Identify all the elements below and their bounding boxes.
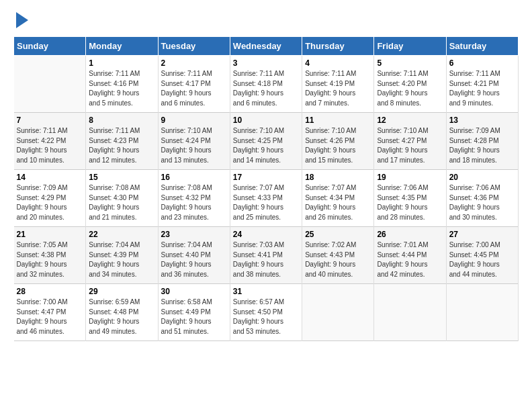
day-info: Sunrise: 7:01 AMSunset: 4:44 PMDaylight:… (377, 240, 443, 279)
logo (13, 11, 30, 30)
day-info: Sunrise: 7:11 AMSunset: 4:21 PMDaylight:… (449, 69, 515, 108)
day-number: 4 (305, 58, 371, 68)
calendar-cell: 30Sunrise: 6:58 AMSunset: 4:49 PMDayligh… (158, 284, 230, 341)
calendar-cell: 25Sunrise: 7:02 AMSunset: 4:43 PMDayligh… (302, 227, 374, 284)
week-row-1: 1Sunrise: 7:11 AMSunset: 4:16 PMDaylight… (14, 56, 519, 113)
day-info: Sunrise: 7:11 AMSunset: 4:18 PMDaylight:… (233, 69, 299, 108)
calendar-cell: 22Sunrise: 7:04 AMSunset: 4:39 PMDayligh… (86, 227, 158, 284)
calendar-cell: 1Sunrise: 7:11 AMSunset: 4:16 PMDaylight… (86, 56, 158, 113)
calendar-cell: 26Sunrise: 7:01 AMSunset: 4:44 PMDayligh… (374, 227, 446, 284)
day-number: 20 (449, 173, 515, 182)
day-info: Sunrise: 7:09 AMSunset: 4:29 PMDaylight:… (17, 183, 83, 222)
calendar-cell: 6Sunrise: 7:11 AMSunset: 4:21 PMDaylight… (446, 56, 518, 113)
day-number: 6 (449, 58, 515, 68)
calendar-cell (302, 284, 374, 341)
calendar-cell (374, 284, 446, 341)
day-number: 14 (17, 173, 83, 182)
day-number: 24 (233, 230, 299, 239)
calendar-cell: 16Sunrise: 7:08 AMSunset: 4:32 PMDayligh… (158, 170, 230, 227)
day-info: Sunrise: 7:10 AMSunset: 4:27 PMDaylight:… (377, 126, 443, 165)
day-number: 30 (161, 287, 227, 296)
day-info: Sunrise: 7:04 AMSunset: 4:40 PMDaylight:… (161, 240, 227, 279)
week-row-2: 7Sunrise: 7:11 AMSunset: 4:22 PMDaylight… (14, 113, 519, 170)
calendar-cell: 2Sunrise: 7:11 AMSunset: 4:17 PMDaylight… (158, 56, 230, 113)
day-info: Sunrise: 7:03 AMSunset: 4:41 PMDaylight:… (233, 240, 299, 279)
day-info: Sunrise: 7:10 AMSunset: 4:26 PMDaylight:… (305, 126, 371, 165)
day-number: 10 (233, 116, 299, 125)
day-info: Sunrise: 7:07 AMSunset: 4:34 PMDaylight:… (305, 183, 371, 222)
calendar-cell: 15Sunrise: 7:08 AMSunset: 4:30 PMDayligh… (86, 170, 158, 227)
day-info: Sunrise: 6:57 AMSunset: 4:50 PMDaylight:… (233, 298, 299, 336)
day-number: 13 (449, 116, 515, 125)
day-info: Sunrise: 7:00 AMSunset: 4:45 PMDaylight:… (449, 240, 515, 279)
day-number: 1 (89, 58, 154, 68)
day-number: 16 (161, 173, 227, 182)
logo-icon (15, 11, 30, 30)
week-row-3: 14Sunrise: 7:09 AMSunset: 4:29 PMDayligh… (14, 170, 519, 227)
day-number: 26 (377, 230, 443, 239)
day-info: Sunrise: 7:09 AMSunset: 4:28 PMDaylight:… (449, 126, 515, 165)
weekday-header-row: SundayMondayTuesdayWednesdayThursdayFrid… (14, 37, 519, 56)
day-number: 17 (233, 173, 299, 182)
calendar-cell: 20Sunrise: 7:06 AMSunset: 4:36 PMDayligh… (446, 170, 518, 227)
calendar-table: SundayMondayTuesdayWednesdayThursdayFrid… (13, 36, 519, 341)
day-info: Sunrise: 7:05 AMSunset: 4:38 PMDaylight:… (17, 240, 83, 279)
calendar-cell: 21Sunrise: 7:05 AMSunset: 4:38 PMDayligh… (14, 227, 86, 284)
day-number: 12 (377, 116, 443, 125)
calendar-cell: 19Sunrise: 7:06 AMSunset: 4:35 PMDayligh… (374, 170, 446, 227)
calendar-cell: 17Sunrise: 7:07 AMSunset: 4:33 PMDayligh… (230, 170, 302, 227)
day-info: Sunrise: 7:10 AMSunset: 4:25 PMDaylight:… (233, 126, 299, 165)
calendar-cell: 27Sunrise: 7:00 AMSunset: 4:45 PMDayligh… (446, 227, 518, 284)
calendar-cell: 23Sunrise: 7:04 AMSunset: 4:40 PMDayligh… (158, 227, 230, 284)
day-info: Sunrise: 7:11 AMSunset: 4:22 PMDaylight:… (17, 126, 83, 165)
day-info: Sunrise: 7:11 AMSunset: 4:23 PMDaylight:… (89, 126, 154, 165)
day-info: Sunrise: 7:08 AMSunset: 4:30 PMDaylight:… (89, 183, 154, 222)
day-info: Sunrise: 7:02 AMSunset: 4:43 PMDaylight:… (305, 240, 371, 279)
calendar-cell: 10Sunrise: 7:10 AMSunset: 4:25 PMDayligh… (230, 113, 302, 170)
weekday-header-tuesday: Tuesday (158, 37, 230, 56)
page: SundayMondayTuesdayWednesdayThursdayFrid… (0, 0, 532, 411)
calendar-cell: 5Sunrise: 7:11 AMSunset: 4:20 PMDaylight… (374, 56, 446, 113)
day-info: Sunrise: 7:08 AMSunset: 4:32 PMDaylight:… (161, 183, 227, 222)
calendar-cell: 28Sunrise: 7:00 AMSunset: 4:47 PMDayligh… (14, 284, 86, 341)
day-number: 2 (161, 58, 227, 68)
day-number: 27 (449, 230, 515, 239)
day-info: Sunrise: 7:00 AMSunset: 4:47 PMDaylight:… (17, 298, 83, 336)
header (13, 11, 519, 30)
day-number: 29 (89, 287, 154, 296)
calendar-cell: 14Sunrise: 7:09 AMSunset: 4:29 PMDayligh… (14, 170, 86, 227)
day-info: Sunrise: 7:04 AMSunset: 4:39 PMDaylight:… (89, 240, 154, 279)
weekday-header-monday: Monday (86, 37, 158, 56)
day-number: 7 (17, 116, 83, 125)
day-number: 31 (233, 287, 299, 296)
day-info: Sunrise: 7:06 AMSunset: 4:35 PMDaylight:… (377, 183, 443, 222)
calendar-cell: 24Sunrise: 7:03 AMSunset: 4:41 PMDayligh… (230, 227, 302, 284)
day-info: Sunrise: 6:59 AMSunset: 4:48 PMDaylight:… (89, 298, 154, 336)
day-number: 19 (377, 173, 443, 182)
calendar-cell: 18Sunrise: 7:07 AMSunset: 4:34 PMDayligh… (302, 170, 374, 227)
day-info: Sunrise: 7:07 AMSunset: 4:33 PMDaylight:… (233, 183, 299, 222)
day-number: 22 (89, 230, 154, 239)
calendar-cell: 3Sunrise: 7:11 AMSunset: 4:18 PMDaylight… (230, 56, 302, 113)
day-number: 15 (89, 173, 154, 182)
calendar-cell: 8Sunrise: 7:11 AMSunset: 4:23 PMDaylight… (86, 113, 158, 170)
calendar-cell: 7Sunrise: 7:11 AMSunset: 4:22 PMDaylight… (14, 113, 86, 170)
week-row-4: 21Sunrise: 7:05 AMSunset: 4:38 PMDayligh… (14, 227, 519, 284)
day-info: Sunrise: 7:11 AMSunset: 4:16 PMDaylight:… (89, 69, 154, 108)
day-info: Sunrise: 7:11 AMSunset: 4:20 PMDaylight:… (377, 69, 443, 108)
day-number: 21 (17, 230, 83, 239)
week-row-5: 28Sunrise: 7:00 AMSunset: 4:47 PMDayligh… (14, 284, 519, 341)
day-info: Sunrise: 7:11 AMSunset: 4:17 PMDaylight:… (161, 69, 227, 108)
calendar-cell: 31Sunrise: 6:57 AMSunset: 4:50 PMDayligh… (230, 284, 302, 341)
day-info: Sunrise: 7:11 AMSunset: 4:19 PMDaylight:… (305, 69, 371, 108)
calendar-cell: 11Sunrise: 7:10 AMSunset: 4:26 PMDayligh… (302, 113, 374, 170)
day-info: Sunrise: 6:58 AMSunset: 4:49 PMDaylight:… (161, 298, 227, 336)
day-number: 18 (305, 173, 371, 182)
calendar-cell (14, 56, 86, 113)
weekday-header-wednesday: Wednesday (230, 37, 302, 56)
weekday-header-saturday: Saturday (446, 37, 518, 56)
calendar-cell: 29Sunrise: 6:59 AMSunset: 4:48 PMDayligh… (86, 284, 158, 341)
weekday-header-thursday: Thursday (302, 37, 374, 56)
svg-marker-0 (16, 12, 28, 28)
calendar-cell: 4Sunrise: 7:11 AMSunset: 4:19 PMDaylight… (302, 56, 374, 113)
